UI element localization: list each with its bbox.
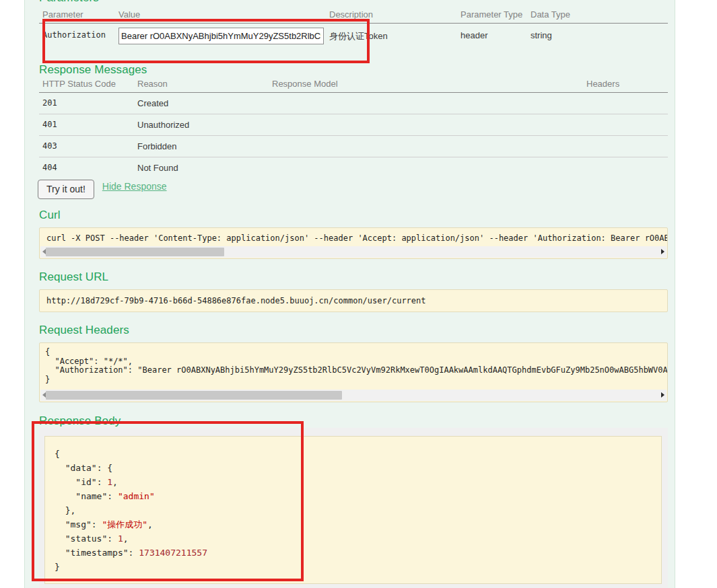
table-row: 401 Unauthorized (39, 114, 668, 136)
scroll-right-icon[interactable] (661, 249, 664, 254)
response-model-cell (269, 114, 583, 136)
curl-heading: Curl (39, 209, 668, 222)
col-http-status-code: HTTP Status Code (39, 78, 134, 93)
parameter-description: 身份认证Token (326, 24, 457, 57)
col-data-type: Data Type (527, 9, 668, 24)
request-url-box: http://18d729cf-79b9-4716-b66d-54886e876… (39, 289, 668, 312)
curl-box: curl -X POST --header 'Content-Type: app… (39, 227, 668, 259)
curl-command: curl -X POST --header 'Content-Type: app… (40, 228, 667, 246)
response-model-cell (269, 93, 583, 114)
parameters-table: Parameter Value Description Parameter Ty… (39, 9, 668, 57)
headers-cell (583, 157, 668, 179)
col-headers: Headers (583, 78, 668, 93)
response-messages-table: HTTP Status Code Reason Response Model H… (39, 78, 668, 178)
authorization-value-input[interactable] (118, 28, 324, 44)
table-row: 201 Created (39, 93, 668, 114)
status-code: 404 (39, 157, 134, 179)
headers-cell (583, 136, 668, 157)
response-body-code: { "data": { "id": 1, "name": "admin" }, … (44, 436, 662, 584)
status-code: 201 (39, 93, 134, 114)
scrollbar-thumb[interactable] (46, 248, 224, 256)
status-reason: Created (134, 93, 269, 114)
status-reason: Unauthorized (134, 114, 269, 136)
request-headers-horizontal-scrollbar[interactable] (40, 390, 667, 401)
col-description: Description (326, 9, 457, 24)
actions-row: Try it out! Hide Response (39, 180, 668, 199)
table-row: 404 Not Found (39, 157, 668, 179)
swagger-operation-panel: Parameters Parameter Value Description P… (24, 0, 675, 588)
table-row: 403 Forbidden (39, 136, 668, 157)
curl-horizontal-scrollbar[interactable] (40, 246, 667, 258)
response-model-cell (269, 136, 583, 157)
headers-cell (583, 93, 668, 114)
col-reason: Reason (134, 78, 269, 93)
col-value: Value (115, 9, 326, 24)
response-model-cell (269, 157, 583, 179)
scrollbar-thumb[interactable] (46, 391, 342, 400)
col-parameter-type: Parameter Type (457, 9, 527, 24)
response-messages-heading: Response Messages (39, 63, 668, 77)
hide-response-link[interactable]: Hide Response (102, 181, 167, 192)
parameter-type-value: header (457, 24, 527, 57)
scroll-right-icon[interactable] (661, 392, 664, 398)
parameters-heading: Parameters (39, 0, 668, 5)
request-url-heading: Request URL (39, 270, 668, 284)
headers-cell (583, 114, 668, 136)
col-response-model: Response Model (269, 78, 583, 93)
parameter-data-type: string (527, 24, 668, 57)
status-reason: Not Found (134, 157, 269, 179)
parameter-name: Authorization (39, 24, 115, 57)
request-url-value: http://18d729cf-79b9-4716-b66d-54886e876… (46, 296, 663, 305)
parameter-row-authorization: Authorization 身份认证Token header string (39, 24, 668, 57)
request-headers-box: { "Accept": "*/*", "Authorization": "Bea… (39, 342, 668, 402)
status-code: 401 (39, 114, 134, 136)
request-headers-json: { "Accept": "*/*", "Authorization": "Bea… (40, 343, 667, 390)
try-it-out-button[interactable]: Try it out! (38, 180, 94, 199)
request-headers-heading: Request Headers (39, 324, 668, 337)
status-code: 403 (39, 136, 134, 157)
response-body-container: { "data": { "id": 1, "name": "admin" }, … (39, 428, 668, 588)
response-body-heading: Response Body (39, 414, 668, 428)
status-reason: Forbidden (134, 136, 269, 157)
col-parameter: Parameter (39, 9, 115, 24)
